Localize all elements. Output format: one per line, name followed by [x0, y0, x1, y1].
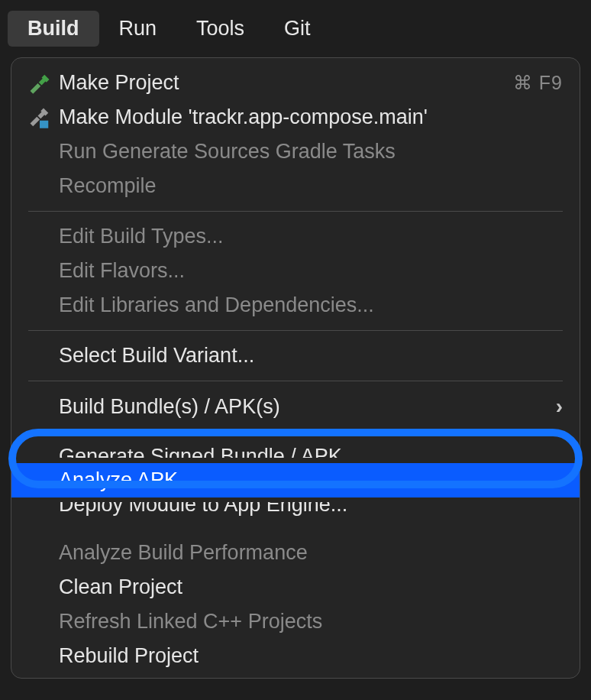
menu-rebuild-project[interactable]: Rebuild Project — [11, 639, 580, 673]
menu-analyze-build-perf: Analyze Build Performance — [11, 536, 580, 570]
menu-select-variant[interactable]: Select Build Variant... — [11, 339, 580, 373]
menu-label: Edit Flavors... — [59, 259, 185, 283]
build-dropdown: Make Project ⌘ F9 Make Module 'trackr.ap… — [11, 57, 580, 679]
menu-separator — [28, 211, 563, 212]
menu-label: Edit Build Types... — [59, 225, 224, 248]
menu-label: Generate Signed Bundle / APK... — [59, 445, 359, 458]
chevron-right-icon: › — [556, 394, 563, 419]
menu-separator — [28, 381, 563, 381]
menu-label: Build Bundle(s) / APK(s) — [59, 395, 280, 419]
menu-analyze-apk[interactable]: Analyze APK... — [11, 463, 580, 497]
shortcut-label: ⌘ F9 — [513, 72, 563, 94]
menubar-tools[interactable]: Tools — [176, 11, 264, 47]
menu-label: Run Generate Sources Gradle Tasks — [59, 140, 396, 164]
menu-make-module[interactable]: Make Module 'trackr.app-compose.main' — [11, 100, 580, 134]
menu-label: Edit Libraries and Dependencies... — [59, 293, 374, 317]
menu-edit-build-types: Edit Build Types... — [11, 219, 580, 254]
menu-refresh-cpp: Refresh Linked C++ Projects — [11, 604, 580, 639]
menu-label: Analyze APK... — [59, 468, 195, 492]
hammer-icon — [28, 72, 59, 95]
menu-label: Select Build Variant... — [59, 344, 254, 368]
menu-label: Recompile — [59, 174, 157, 198]
menu-label: Clean Project — [59, 575, 182, 599]
menu-label: Deploy Module to App Engine... — [59, 502, 347, 517]
menubar-build[interactable]: Build — [8, 11, 99, 47]
menubar-git[interactable]: Git — [264, 11, 331, 47]
menubar-run[interactable]: Run — [99, 11, 177, 47]
menu-deploy-module[interactable]: Deploy Module to App Engine... — [11, 502, 580, 536]
menu-label: Rebuild Project — [59, 644, 199, 668]
hammer-module-icon — [28, 106, 59, 129]
menu-build-bundles[interactable]: Build Bundle(s) / APK(s) › — [11, 389, 580, 424]
menubar: Build Run Tools Git — [0, 0, 591, 54]
menu-separator — [28, 330, 563, 331]
menu-label: Refresh Linked C++ Projects — [59, 610, 322, 634]
menu-generate-signed[interactable]: Generate Signed Bundle / APK... — [11, 424, 580, 458]
menu-label: Make Project — [59, 71, 179, 95]
menu-edit-libs: Edit Libraries and Dependencies... — [11, 288, 580, 322]
menu-run-generate: Run Generate Sources Gradle Tasks — [11, 134, 580, 169]
svg-rect-0 — [40, 120, 48, 128]
menu-label: Make Module 'trackr.app-compose.main' — [59, 105, 428, 129]
menu-edit-flavors: Edit Flavors... — [11, 254, 580, 288]
menu-label: Analyze Build Performance — [59, 541, 308, 565]
menu-clean-project[interactable]: Clean Project — [11, 570, 580, 604]
menu-make-project[interactable]: Make Project ⌘ F9 — [11, 66, 580, 100]
menu-recompile: Recompile — [11, 169, 580, 203]
